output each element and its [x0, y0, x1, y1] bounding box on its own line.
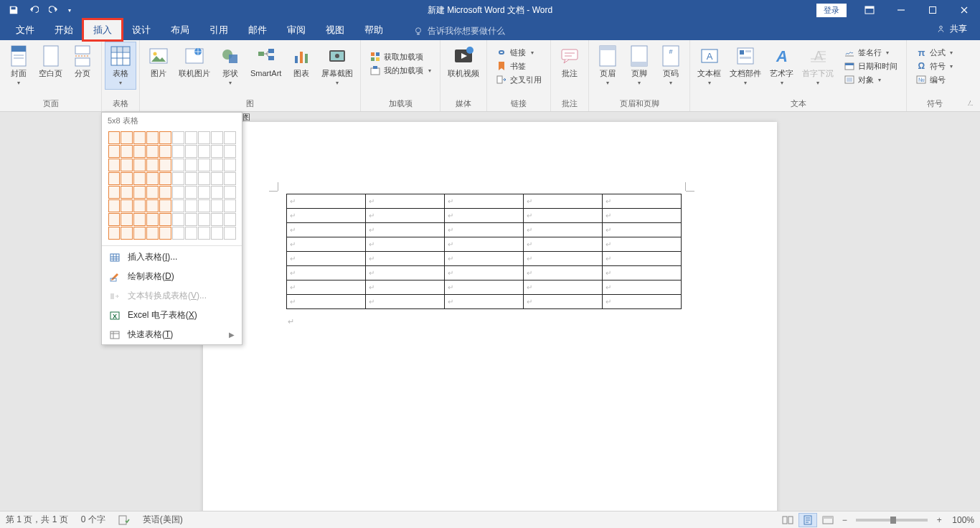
ribbon-display-options-icon[interactable] — [854, 0, 885, 20]
date-time-button[interactable]: 日期和时间 — [841, 60, 900, 72]
grid-cell[interactable] — [159, 131, 171, 144]
grid-cell[interactable] — [211, 145, 223, 158]
grid-cell[interactable] — [108, 159, 121, 171]
table-cell[interactable]: ↵ — [524, 223, 603, 237]
grid-cell[interactable] — [185, 131, 197, 144]
textbox-button[interactable]: A文本框▾ — [693, 42, 725, 89]
dropcap-button[interactable]: A首字下沉▾ — [798, 42, 838, 89]
grid-cell[interactable] — [159, 159, 171, 171]
web-layout-button[interactable] — [819, 513, 837, 527]
grid-cell[interactable] — [224, 159, 236, 171]
table-cell[interactable]: ↵ — [366, 280, 445, 295]
table-cell[interactable]: ↵ — [445, 266, 524, 280]
table-cell[interactable]: ↵ — [445, 295, 524, 309]
table-cell[interactable]: ↵ — [445, 280, 524, 295]
grid-cell[interactable] — [211, 213, 223, 226]
cross-ref-button[interactable]: 交叉引用 — [493, 73, 545, 86]
document-table[interactable]: ↵↵↵↵↵↵↵↵↵↵↵↵↵↵↵↵↵↵↵↵↵↵↵↵↵↵↵↵↵↵↵↵↵↵↵↵↵↵↵↵ — [286, 194, 682, 309]
print-layout-button[interactable] — [798, 513, 817, 527]
grid-cell[interactable] — [159, 145, 171, 158]
tab-home[interactable]: 开始 — [44, 19, 83, 40]
table-cell[interactable]: ↵ — [445, 252, 524, 266]
grid-cell[interactable] — [121, 186, 133, 199]
table-cell[interactable]: ↵ — [366, 266, 445, 280]
table-cell[interactable]: ↵ — [366, 252, 445, 266]
grid-cell[interactable] — [211, 186, 223, 199]
grid-cell[interactable] — [224, 186, 236, 199]
table-cell[interactable]: ↵ — [366, 295, 445, 309]
table-cell[interactable]: ↵ — [287, 252, 366, 266]
spellcheck-icon[interactable] — [118, 515, 130, 525]
footer-button[interactable]: 页脚▾ — [623, 42, 655, 89]
grid-cell[interactable] — [198, 199, 210, 212]
pictures-button[interactable]: 图片 — [143, 42, 174, 89]
table-cell[interactable]: ↵ — [287, 295, 366, 309]
table-cell[interactable]: ↵ — [445, 223, 524, 237]
grid-cell[interactable] — [198, 145, 210, 158]
word-count-status[interactable]: 0 个字 — [81, 514, 105, 526]
grid-cell[interactable] — [198, 172, 210, 185]
wordart-button[interactable]: A艺术字▾ — [765, 42, 798, 89]
grid-cell[interactable] — [185, 186, 197, 199]
shapes-button[interactable]: 形状▾ — [215, 42, 246, 89]
table-cell[interactable]: ↵ — [603, 223, 682, 237]
table-cell[interactable]: ↵ — [366, 209, 445, 223]
grid-cell[interactable] — [198, 186, 210, 199]
grid-cell[interactable] — [224, 227, 236, 240]
get-addins-button[interactable]: 获取加载项 — [367, 50, 434, 63]
table-cell[interactable]: ↵ — [524, 209, 603, 223]
table-cell[interactable]: ↵ — [445, 194, 524, 209]
screenshot-button[interactable]: 屏幕截图▾ — [317, 42, 357, 89]
grid-cell[interactable] — [121, 213, 133, 226]
online-pictures-button[interactable]: 联机图片 — [174, 42, 215, 89]
minimize-button[interactable] — [885, 0, 917, 20]
grid-cell[interactable] — [211, 131, 223, 144]
grid-cell[interactable] — [172, 172, 184, 185]
table-cell[interactable]: ↵ — [603, 194, 682, 209]
grid-cell[interactable] — [159, 227, 171, 240]
chart-button[interactable]: 图表 — [286, 42, 317, 89]
grid-cell[interactable] — [198, 213, 210, 226]
object-button[interactable]: 对象▾ — [841, 73, 900, 86]
table-cell[interactable]: ↵ — [524, 252, 603, 266]
tab-references[interactable]: 引用 — [199, 19, 238, 40]
grid-cell[interactable] — [133, 145, 146, 158]
page-number-status[interactable]: 第 1 页，共 1 页 — [6, 514, 68, 526]
draw-table-item[interactable]: 绘制表格(D) — [102, 267, 242, 286]
grid-cell[interactable] — [185, 172, 197, 185]
table-cell[interactable]: ↵ — [524, 237, 603, 252]
grid-cell[interactable] — [159, 199, 171, 212]
grid-cell[interactable] — [108, 131, 121, 144]
grid-cell[interactable] — [185, 199, 197, 212]
share-button[interactable]: 共享 — [936, 23, 967, 35]
grid-cell[interactable] — [224, 213, 236, 226]
grid-cell[interactable] — [159, 172, 171, 185]
table-cell[interactable]: ↵ — [287, 209, 366, 223]
grid-cell[interactable] — [185, 213, 197, 226]
insert-table-button[interactable]: 表格▾ — [105, 42, 136, 90]
language-status[interactable]: 英语(美国) — [143, 514, 183, 526]
grid-cell[interactable] — [133, 186, 146, 199]
grid-cell[interactable] — [146, 159, 159, 171]
grid-cell[interactable] — [146, 186, 159, 199]
grid-cell[interactable] — [172, 199, 184, 212]
collapse-ribbon-icon[interactable]: ㄥ — [967, 98, 974, 108]
redo-button[interactable] — [44, 1, 63, 19]
symbol-button[interactable]: Ω符号▾ — [913, 60, 957, 72]
grid-cell[interactable] — [159, 213, 171, 226]
grid-cell[interactable] — [211, 199, 223, 212]
blank-page-button[interactable]: 空白页 — [34, 42, 67, 89]
tab-view[interactable]: 视图 — [316, 19, 354, 40]
grid-cell[interactable] — [198, 227, 210, 240]
grid-cell[interactable] — [224, 131, 236, 144]
zoom-in-button[interactable]: + — [933, 515, 945, 525]
cover-page-button[interactable]: 封面▾ — [3, 42, 34, 89]
tab-insert[interactable]: 插入 — [83, 19, 122, 40]
grid-cell[interactable] — [224, 172, 236, 185]
quickparts-button[interactable]: 文档部件▾ — [725, 42, 765, 89]
table-cell[interactable]: ↵ — [287, 280, 366, 295]
excel-spreadsheet-item[interactable]: XExcel 电子表格(X) — [102, 306, 242, 325]
grid-cell[interactable] — [172, 213, 184, 226]
grid-cell[interactable] — [133, 227, 146, 240]
grid-cell[interactable] — [133, 172, 146, 185]
